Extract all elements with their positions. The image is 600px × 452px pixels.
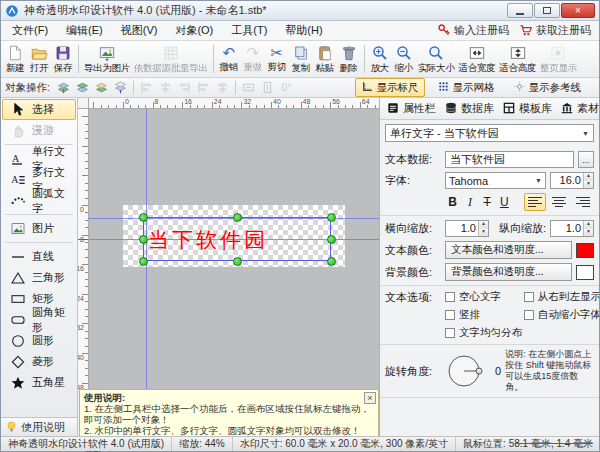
text-color-swatch[interactable]	[576, 243, 594, 258]
ruler-tick	[219, 105, 220, 108]
option-vertical-text[interactable]: 竖排	[445, 308, 522, 322]
toolbar-button-paste[interactable]: 粘贴	[313, 42, 337, 76]
format-align-center-button[interactable]	[548, 193, 570, 211]
selection-handle[interactable]	[233, 213, 242, 222]
format-italic-button[interactable]: I	[462, 193, 477, 211]
selection-handle[interactable]	[327, 257, 336, 266]
toolbar-button-fit-width[interactable]: 适合宽度	[456, 42, 497, 76]
get-register-code-button[interactable]: 获取注册码	[519, 23, 591, 39]
hollow-text-checkbox[interactable]	[445, 292, 455, 302]
option-label: 文字均匀分布	[459, 326, 522, 340]
font-size-stepper[interactable]: 16.0 ▲▼	[550, 172, 594, 189]
h-scale-stepper[interactable]: 1.0 ▲▼	[445, 220, 489, 237]
help-box-close-icon[interactable]: ×	[364, 392, 376, 404]
option-auto-shrink-font[interactable]: 自动缩小字体	[524, 308, 599, 322]
view-button-show-grid[interactable]: 显示网格	[431, 78, 501, 97]
format-align-left-button[interactable]	[524, 193, 546, 211]
object-op-bring-to-front[interactable]	[54, 79, 73, 96]
ruler-tick	[82, 116, 88, 117]
vertical-text-checkbox[interactable]	[445, 310, 455, 320]
object-op-move-forward[interactable]	[73, 79, 92, 96]
text-data-more-button[interactable]: ...	[578, 151, 594, 168]
selection-handle[interactable]	[139, 213, 148, 222]
sidebar-tool-rounded-rectangle[interactable]: 圆角矩形	[2, 309, 76, 330]
selection-handle[interactable]	[327, 213, 336, 222]
format-underline-button[interactable]: U	[497, 193, 512, 211]
toolbar-button-delete[interactable]: 删除	[337, 42, 361, 76]
menu-item-5[interactable]: 帮助(H)	[276, 21, 331, 40]
menu-item-4[interactable]: 工具(T)	[222, 21, 276, 40]
ruler-label: 0	[80, 206, 84, 213]
stepper-arrows[interactable]: ▲▼	[583, 221, 593, 236]
menu-item-1[interactable]: 编辑(E)	[57, 21, 112, 40]
toolbar-button-undo[interactable]: ↶撤销	[217, 42, 241, 76]
usage-help-panel-header[interactable]: 使用说明	[1, 417, 78, 436]
toolbar-button-new[interactable]: 新建	[3, 42, 27, 76]
toolbar-button-copy[interactable]: 复制	[289, 42, 313, 76]
menu-item-2[interactable]: 视图(V)	[112, 21, 167, 40]
bg-color-swatch[interactable]	[576, 265, 594, 280]
sidebar-tool-line[interactable]: 直线	[2, 246, 76, 267]
maximize-button[interactable]	[534, 3, 560, 18]
option-even-distribution[interactable]: 文字均匀分布	[445, 326, 522, 340]
ruler-tick	[264, 105, 265, 108]
sidebar-tool-diamond[interactable]: 菱形	[2, 351, 76, 372]
view-button-show-ruler[interactable]: 显示标尺	[355, 78, 425, 97]
tab-properties[interactable]: 属性栏	[382, 99, 440, 119]
toolbar-button-open[interactable]: 打开	[27, 42, 51, 76]
sidebar-tool-select[interactable]: 选择	[2, 99, 76, 120]
selection-handle[interactable]	[327, 235, 336, 244]
right-to-left-checkbox[interactable]	[524, 292, 534, 302]
toolbar-button-save[interactable]: 保存	[51, 42, 75, 76]
selection-handle[interactable]	[139, 235, 148, 244]
object-op-move-backward[interactable]	[92, 79, 111, 96]
tab-materials[interactable]: 素材库	[556, 99, 599, 119]
sidebar-tool-arc-text[interactable]: 圆弧文字	[2, 190, 76, 211]
toolbar-button-fit-height[interactable]: 适合高度	[497, 42, 538, 76]
selection-handle[interactable]	[139, 257, 148, 266]
object-op-send-to-back[interactable]	[111, 79, 130, 96]
stepper-arrows[interactable]: ▲▼	[478, 221, 488, 236]
toolbar-button-cut[interactable]: ✂剪切	[265, 42, 289, 76]
sidebar-tool-picture[interactable]: 图片	[2, 218, 76, 239]
ruler-tick	[249, 105, 250, 108]
close-button[interactable]: ×	[561, 3, 595, 18]
selected-text-object[interactable]: 当下软件园	[143, 217, 331, 261]
watermark-text[interactable]: 当下软件园	[148, 226, 268, 254]
selection-handle[interactable]	[233, 257, 242, 266]
ruler-tick	[85, 346, 88, 347]
canvas-viewport[interactable]: 当下软件园	[89, 109, 379, 389]
stepper-arrows[interactable]: ▲▼	[583, 173, 593, 188]
tab-database[interactable]: 数据库	[440, 99, 498, 119]
even-distribution-checkbox[interactable]	[445, 328, 455, 338]
toolbar-button-zoom-out[interactable]: 缩小	[392, 42, 416, 76]
rotation-dial[interactable]	[445, 350, 491, 392]
object-selector-dropdown[interactable]: 单行文字 - 当下软件园 ▼	[385, 124, 594, 142]
tab-templates[interactable]: 模板库	[498, 99, 556, 119]
format-strikethrough-button[interactable]: T	[480, 193, 495, 211]
format-align-right-button[interactable]	[572, 193, 594, 211]
enter-register-code-button[interactable]: 输入注册码	[437, 23, 509, 39]
canvas-area[interactable]: 0816243240485664 081624324048 当下软件园	[78, 98, 379, 389]
toolbar-button-zoom-in[interactable]: 放大	[368, 42, 392, 76]
view-button-show-guides[interactable]: 显示参考线	[507, 78, 588, 97]
object-bar-separator	[133, 81, 134, 94]
menu-item-3[interactable]: 对象(O)	[166, 21, 222, 40]
sidebar-tool-star[interactable]: 五角星	[2, 372, 76, 393]
properties-panel: 属性栏数据库模板库素材库 单行文字 - 当下软件园 ▼ 文本数据: 当下软件园 …	[379, 98, 599, 436]
minimize-button[interactable]	[507, 3, 533, 18]
format-bold-button[interactable]: B	[445, 193, 460, 211]
toolbar-button-actual-size[interactable]: 实际大小	[416, 42, 457, 76]
option-right-to-left[interactable]: 从右到左显示	[524, 290, 599, 304]
toolbar-button-label: 缩小	[394, 62, 412, 75]
toolbar-button-export-image[interactable]: 导出为图片	[82, 42, 132, 76]
font-family-dropdown[interactable]: Tahoma ▼	[445, 172, 546, 189]
text-data-input[interactable]: 当下软件园	[445, 151, 574, 168]
text-color-button[interactable]: 文本颜色和透明度...	[445, 241, 572, 259]
v-scale-stepper[interactable]: 1.0 ▲▼	[550, 220, 594, 237]
bg-color-button[interactable]: 背景颜色和透明度...	[445, 263, 572, 281]
auto-shrink-font-checkbox[interactable]	[524, 310, 534, 320]
menu-item-0[interactable]: 文件(F)	[3, 21, 57, 40]
sidebar-tool-triangle[interactable]: 三角形	[2, 267, 76, 288]
option-hollow-text[interactable]: 空心文字	[445, 290, 522, 304]
